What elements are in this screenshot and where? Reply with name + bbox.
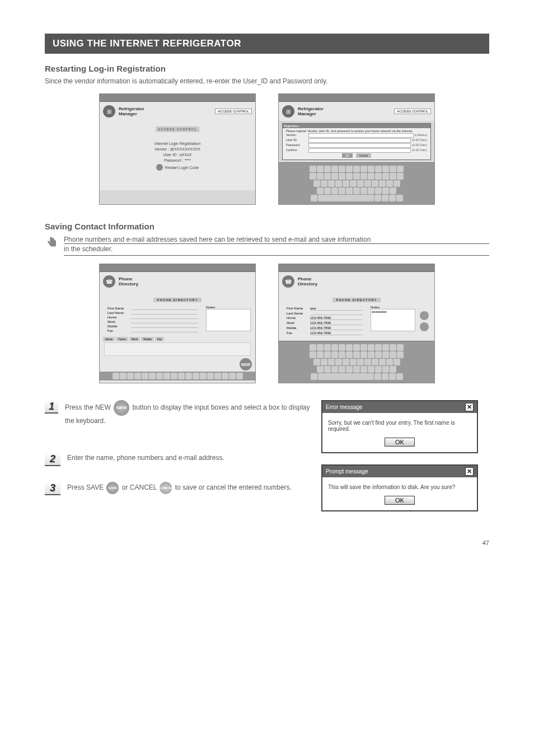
field-firstname-val[interactable]: aaa xyxy=(310,307,363,311)
step-3-mid: or CANCEL xyxy=(122,483,157,491)
field-home-val[interactable]: 123-456-7890 xyxy=(310,316,363,320)
line-4: Password : **** xyxy=(107,158,247,162)
field-firstname-val[interactable] xyxy=(131,307,198,310)
grid-icon: ⊞ xyxy=(103,105,115,118)
screenshot-phone-directory-blank: ☎ Phone Directory PHONE DIRECTORY First … xyxy=(99,264,256,383)
msg-title: Prompt message xyxy=(326,468,368,475)
new-button[interactable]: NEW xyxy=(240,358,252,370)
msg-title: Error message xyxy=(326,404,363,410)
registration-modal: Registration Please register Vendor, Use… xyxy=(282,123,431,160)
modal-text: Please register Vendor, User ID, and pas… xyxy=(286,129,427,133)
field-fax-label: Fax xyxy=(287,331,310,335)
hand-pointing-icon xyxy=(45,236,59,250)
field-password-label: Password: xyxy=(286,143,307,148)
screenshot-phone-directory-filled: ☎ Phone Directory PHONE DIRECTORY First … xyxy=(278,264,435,383)
note-row: Phone numbers and e-mail addresses saved… xyxy=(45,236,489,256)
field-userid-input[interactable] xyxy=(308,138,411,143)
onscreen-keyboard[interactable] xyxy=(279,341,434,383)
step-2-text: Enter the name, phone numbers and e-mail… xyxy=(67,454,224,462)
note-line-1: Phone numbers and e-mail addresses saved… xyxy=(64,236,489,243)
screenshot-pair-1: ⊞ Refrigerator Manager ACCESS CONTROL AC… xyxy=(45,93,489,205)
app-title: Refrigerator Manager xyxy=(298,106,324,116)
field-firstname-label: First Name xyxy=(287,307,310,311)
tab-name[interactable]: Name xyxy=(103,337,115,341)
field-mobile-val[interactable] xyxy=(131,325,198,328)
cancel-button[interactable]: Cancel xyxy=(356,153,372,158)
ok-button[interactable]: OK xyxy=(385,438,415,447)
field-firstname-label: First Name xyxy=(107,307,131,310)
field-confirm-input[interactable] xyxy=(308,148,411,153)
section-header: USING THE INTERNET REFRIGERATOR xyxy=(45,34,489,54)
notes-area[interactable] xyxy=(206,309,251,331)
phone-icon: ☎ xyxy=(103,275,115,288)
app-title: Phone Directory xyxy=(298,276,317,287)
save-icon[interactable] xyxy=(420,311,429,320)
field-password-input[interactable] xyxy=(308,143,411,148)
field-lastname-label: Last Name xyxy=(107,311,131,314)
field-work-val[interactable]: 123-456-7890 xyxy=(310,321,363,325)
field-lastname-label: Last Name xyxy=(287,312,310,315)
notes-area[interactable]: aaaaaaaa xyxy=(371,309,415,331)
msg-body: Sorry, but we can't find your entry. The… xyxy=(328,420,471,432)
field-confirm-label: Confirm: xyxy=(286,148,307,153)
screenshot-pair-2: ☎ Phone Directory PHONE DIRECTORY First … xyxy=(45,264,489,383)
step-3-after: to save or cancel the entered numbers. xyxy=(175,483,292,491)
step-1-before: Press the NEW xyxy=(65,403,111,411)
close-icon[interactable]: ✕ xyxy=(465,403,474,411)
step-3-before: Press SAVE xyxy=(67,483,104,491)
app-title: Phone Directory xyxy=(119,276,138,287)
ok-button[interactable]: OK xyxy=(385,496,415,505)
step-number-icon: 3 xyxy=(45,482,60,495)
field-lastname-val[interactable] xyxy=(131,311,198,314)
field-fax-val[interactable] xyxy=(131,329,198,332)
field-confirm-hint: (4-15 Char.) xyxy=(412,148,427,153)
tab-work[interactable]: Work xyxy=(129,337,140,341)
tab-home[interactable]: Home xyxy=(116,337,128,341)
onscreen-keyboard[interactable] xyxy=(279,162,434,204)
field-work-label: Work xyxy=(107,320,131,323)
close-icon[interactable]: ✕ xyxy=(465,467,474,476)
field-mobile-label: Mobile xyxy=(287,326,310,330)
field-password-hint: (4-15 Char.) xyxy=(412,143,427,148)
field-userid-hint: (4-15 Char.) xyxy=(412,138,427,143)
field-fax-val[interactable]: 123-456-7890 xyxy=(310,331,363,335)
line-3: User ID : aXXxX xyxy=(107,153,247,157)
field-lastname-val[interactable] xyxy=(310,312,363,315)
grid-icon: ⊞ xyxy=(282,105,294,118)
tab-mobile[interactable]: Mobile xyxy=(141,337,154,341)
tab-fax[interactable]: Fax xyxy=(155,337,164,341)
subheading-restart-login: Restarting Log-in Registration xyxy=(45,64,489,73)
field-fax-label: Fax xyxy=(107,329,131,332)
body-header: ACCESS CONTROL xyxy=(156,126,199,132)
field-home-val[interactable] xyxy=(131,316,198,319)
document-page: USING THE INTERNET REFRIGERATOR Restarti… xyxy=(0,0,534,756)
cancel-button-inline[interactable]: CANCEL xyxy=(160,482,172,494)
save-button-inline[interactable]: SAVE xyxy=(106,482,119,494)
step-1: 1 Press the NEW NEW button to display th… xyxy=(45,400,310,426)
ok-button[interactable]: OK xyxy=(342,153,353,158)
body-header: PHONE DIRECTORY xyxy=(332,298,380,302)
field-mobile-val[interactable]: 123-456-7890 xyxy=(310,326,363,330)
subheading-saving-contact: Saving Contact Information xyxy=(45,222,489,231)
note-line-2: in the scheduler. xyxy=(64,243,489,253)
body-header: PHONE DIRECTORY xyxy=(153,298,201,302)
field-work-val[interactable] xyxy=(131,320,198,323)
new-button-inline[interactable]: NEW xyxy=(114,400,129,416)
step-number-icon: 1 xyxy=(45,400,58,414)
msg-body: This will save the information to disk. … xyxy=(328,484,471,490)
restart-icon xyxy=(156,164,163,171)
field-userid-label: User ID: xyxy=(286,138,307,143)
prompt-message-box: Prompt message ✕ This will save the info… xyxy=(321,464,478,511)
screenshot-registration-modal: ⊞ Refrigerator Manager ACCESS CONTROL Re… xyxy=(278,93,435,205)
line-1: Internet Login Registration xyxy=(107,142,247,145)
line-2: Vendor : @XXXXXXXXXX xyxy=(107,147,247,151)
field-vendor-input[interactable] xyxy=(308,133,414,138)
field-work-label: Work xyxy=(287,321,310,325)
field-vendor-label: Vendor: xyxy=(286,133,307,138)
cancel-icon[interactable] xyxy=(420,322,429,331)
app-title: Refrigerator Manager xyxy=(119,106,144,116)
field-mobile-label: Mobile xyxy=(107,325,131,328)
field-home-label: Home xyxy=(107,316,131,319)
field-home-label: Home xyxy=(287,316,310,320)
screenshot-access-control: ⊞ Refrigerator Manager ACCESS CONTROL AC… xyxy=(99,93,256,205)
